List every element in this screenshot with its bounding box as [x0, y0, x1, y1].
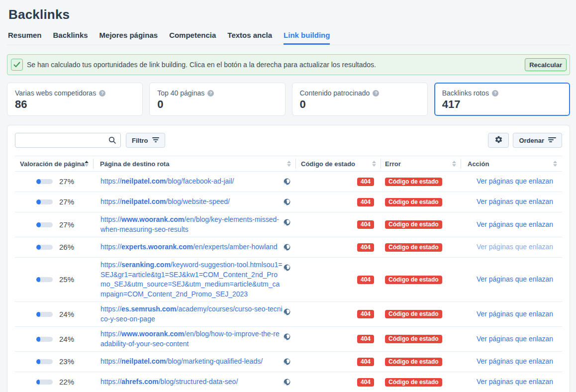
view-linking-pages-link[interactable]: Ver páginas que enlazan	[477, 357, 553, 367]
sort-arrows-icon	[85, 161, 89, 167]
error-badge: Código de estado	[385, 358, 442, 366]
rating-percent: 24%	[59, 334, 74, 344]
status-code-cell: 404	[296, 352, 381, 372]
error-badge: Código de estado	[385, 243, 442, 252]
broken-page-link[interactable]: https://neilpatel.com/blog/facebook-ad-j…	[100, 177, 283, 187]
filter-button[interactable]: Filtro	[126, 133, 165, 148]
globe-icon[interactable]	[284, 333, 290, 340]
view-linking-pages-link[interactable]: Ver páginas que enlazan	[477, 309, 553, 319]
rating-percent: 26%	[59, 242, 74, 252]
broken-page-link[interactable]: https://neilpatel.com/blog/website-speed…	[100, 197, 283, 207]
action-cell: Ver páginas que enlazan	[461, 237, 562, 257]
status-code-badge: 404	[357, 220, 374, 229]
broken-page-link[interactable]: https://www.woorank.com/en/blog/key-elem…	[100, 215, 283, 234]
error-badge: Código de estado	[385, 276, 442, 284]
column-header-error[interactable]: Error	[381, 156, 461, 171]
tab-mejores-p-ginas[interactable]: Mejores páginas	[99, 28, 158, 45]
rating-progress-fill	[36, 277, 40, 282]
sort-button[interactable]: Ordenar	[513, 133, 562, 148]
table-row: 22%https://ahrefs.com/blog/structured-da…	[15, 372, 562, 392]
search-box	[15, 133, 121, 148]
view-linking-pages-link[interactable]: Ver páginas que enlazan	[477, 242, 553, 252]
globe-icon[interactable]	[284, 198, 290, 205]
settings-button[interactable]	[488, 133, 509, 148]
broken-page-link[interactable]: https://es.semrush.com/academy/courses/c…	[100, 304, 283, 324]
column-header-p-gina-de-destino-rota[interactable]: Página de destino rota	[94, 156, 296, 171]
check-icon	[11, 59, 23, 71]
filter-button-label: Filtro	[132, 137, 148, 144]
rating-progress-bar	[36, 245, 53, 250]
stat-card-1[interactable]: Top 40 páginas?0	[149, 83, 285, 116]
url-protocol: https://	[100, 197, 121, 205]
rating-progress-fill	[36, 179, 41, 184]
error-badge: Código de estado	[385, 198, 442, 206]
url-protocol: https://	[100, 261, 121, 269]
tab-resumen[interactable]: Resumen	[8, 28, 42, 45]
rating-progress-bar	[36, 337, 53, 342]
url-domain: experts.woorank.com	[121, 243, 193, 251]
stat-card-label-row: Top 40 páginas?	[157, 89, 277, 98]
stat-cards: Varias webs competidoras?86Top 40 página…	[7, 83, 570, 116]
url-domain: neilpatel.com	[121, 357, 166, 365]
help-icon: ?	[373, 90, 379, 97]
url-domain: seranking.com	[121, 261, 171, 269]
column-header-label: Acción	[468, 160, 489, 168]
broken-page-link[interactable]: https://neilpatel.com/blog/marketing-qua…	[100, 357, 283, 367]
rating-percent: 23%	[59, 357, 74, 367]
stat-card-2[interactable]: Contenido patrocinado?0	[292, 83, 428, 116]
broken-page-link[interactable]: https://seranking.com/keyword-suggestion…	[100, 260, 283, 299]
rating-progress-bar	[36, 312, 53, 317]
column-header-valoraci-n-de-p-gina[interactable]: Valoración de página	[15, 156, 94, 171]
recalculate-button[interactable]: Recalcular	[525, 58, 567, 71]
view-linking-pages-link[interactable]: Ver páginas que enlazan	[477, 334, 553, 344]
view-linking-pages-link[interactable]: Ver páginas que enlazan	[477, 197, 553, 207]
broken-page-link[interactable]: https://ahrefs.com/blog/structured-data-…	[100, 377, 283, 387]
stat-card-3[interactable]: Backlinks rotos?417	[434, 83, 570, 116]
error-cell: Código de estado	[381, 327, 461, 351]
broken-target-page-cell: https://experts.woorank.com/en/experts/a…	[94, 237, 296, 257]
status-code-cell: 404	[296, 172, 381, 192]
table-body: 27%https://neilpatel.com/blog/facebook-a…	[15, 172, 562, 392]
column-header-acci-n[interactable]: Acción	[461, 156, 562, 171]
globe-icon[interactable]	[284, 219, 290, 226]
page-rating-cell: 27%	[15, 172, 94, 192]
view-linking-pages-link[interactable]: Ver páginas que enlazan	[477, 220, 553, 230]
view-linking-pages-link[interactable]: Ver páginas que enlazan	[477, 177, 553, 187]
column-header-c-digo-de-estado[interactable]: Código de estado	[296, 156, 381, 171]
page-rating-cell: 22%	[15, 372, 94, 392]
action-cell: Ver páginas que enlazan	[461, 192, 562, 212]
sort-button-label: Ordenar	[519, 137, 544, 144]
view-linking-pages-link[interactable]: Ver páginas que enlazan	[477, 275, 553, 285]
sort-arrows-icon	[452, 161, 456, 167]
page-rating-cell: 27%	[15, 212, 94, 237]
error-badge: Código de estado	[385, 178, 442, 186]
tab-competencia[interactable]: Competencia	[169, 28, 216, 45]
status-code-cell: 404	[296, 372, 381, 392]
sort-desc-icon	[372, 164, 376, 167]
view-linking-pages-link[interactable]: Ver páginas que enlazan	[477, 377, 553, 387]
globe-icon[interactable]	[284, 264, 290, 271]
stat-card-0[interactable]: Varias webs competidoras?86	[7, 83, 143, 116]
rating-progress-fill	[36, 337, 40, 342]
globe-icon[interactable]	[284, 358, 290, 365]
tab-backlinks[interactable]: Backlinks	[53, 28, 88, 45]
url-domain: www.woorank.com	[121, 330, 184, 338]
rating-percent: 25%	[59, 275, 74, 285]
search-input[interactable]	[15, 133, 121, 148]
page-rating-cell: 27%	[15, 192, 94, 212]
page-rating-cell: 24%	[15, 327, 94, 351]
action-cell: Ver páginas que enlazan	[461, 258, 562, 301]
tab-textos-ancla[interactable]: Textos ancla	[227, 28, 272, 45]
globe-icon[interactable]	[284, 244, 290, 251]
broken-page-link[interactable]: https://www.woorank.com/en/blog/how-to-i…	[100, 329, 283, 349]
url-path: /blog/facebook-ad-jail/	[166, 177, 234, 185]
globe-icon[interactable]	[284, 379, 290, 386]
broken-page-link[interactable]: https://experts.woorank.com/en/experts/a…	[100, 242, 283, 252]
tab-link-building[interactable]: Link building	[284, 28, 330, 45]
globe-icon[interactable]	[284, 178, 290, 185]
error-cell: Código de estado	[381, 192, 461, 212]
page-rating-cell: 26%	[15, 237, 94, 257]
globe-icon[interactable]	[284, 308, 290, 315]
url-protocol: https://	[100, 243, 121, 251]
url-domain: es.semrush.com	[121, 305, 177, 313]
